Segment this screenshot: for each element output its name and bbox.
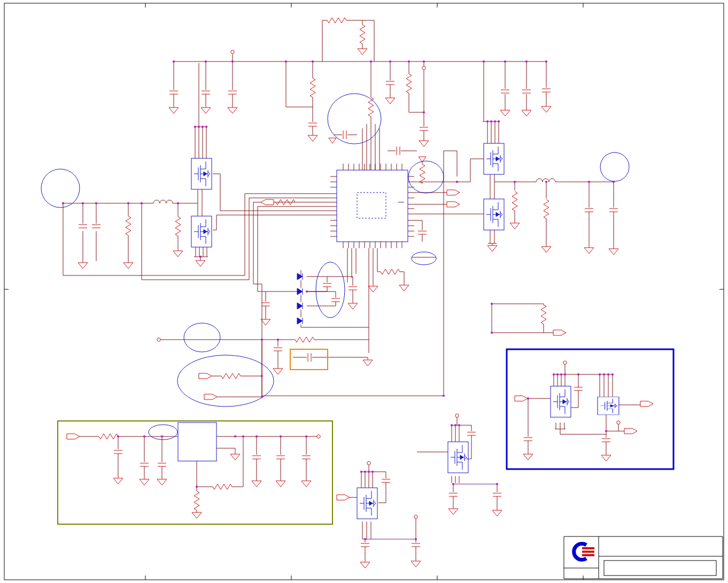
company-logo — [574, 544, 594, 560]
wiring-nets — [63, 20, 640, 561]
regulator-ic — [178, 423, 216, 461]
mosfet-right-low — [484, 199, 504, 230]
capacitor-symbols — [79, 81, 618, 547]
connector-circle-right — [600, 152, 629, 181]
mosfet-bottom-center — [357, 488, 377, 519]
mosfet-left-high — [191, 158, 212, 189]
connector-circle-left — [41, 169, 80, 208]
snubber-capacitor-box — [290, 349, 328, 370]
mosfet-bluebox-right — [598, 397, 619, 415]
diode-chain — [297, 273, 303, 324]
mosfet-bluebox-left — [551, 386, 571, 417]
central-ic — [330, 164, 414, 248]
inductor-left — [153, 200, 173, 203]
dual-fet-section-box — [507, 349, 673, 469]
mosfet-left-low — [191, 216, 212, 247]
mosfet-bottom-right — [448, 442, 468, 473]
annotation-circles — [41, 94, 629, 440]
mosfet-right-high — [484, 143, 504, 174]
connector-flags — [67, 190, 653, 500]
schematic-canvas — [0, 0, 728, 583]
title-block — [564, 536, 723, 579]
schematic-sheet — [0, 0, 728, 583]
sheet-frame — [4, 3, 724, 580]
ground-symbols — [78, 47, 618, 568]
